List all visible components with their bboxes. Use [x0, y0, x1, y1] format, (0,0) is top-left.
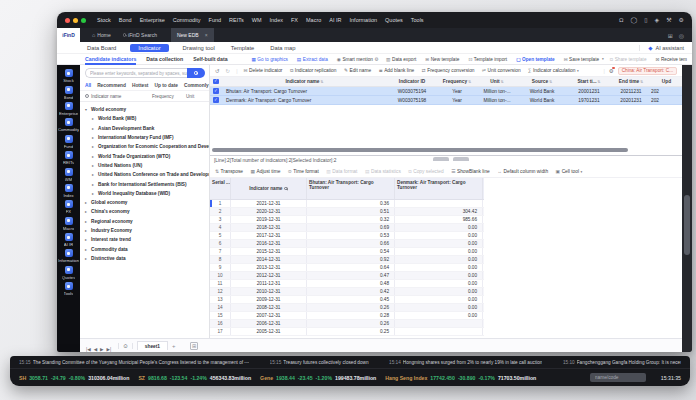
rail-item-macro[interactable]: Macro [57, 216, 80, 232]
undo-icon[interactable]: ↺ [215, 68, 220, 74]
tree-item[interactable]: ▸ World Inequality Database (WID) [80, 189, 209, 198]
index-quote[interactable]: SH 3058.71 -24.79 -0.80% 310306.04millio… [19, 375, 129, 381]
ai-assistant-button[interactable]: ◆ AI assistant [639, 45, 692, 51]
menu-item[interactable]: Enterprise [140, 17, 165, 23]
copy-selected-button[interactable]: ⧉ Copy selected [408, 169, 445, 174]
sheet-tab-sheet1[interactable]: sheet1 [137, 341, 168, 350]
tree-item[interactable]: ▸ United Nations (UN) [80, 161, 209, 170]
cell-tool-button[interactable]: ▣ Cell tool ▾ [556, 169, 583, 174]
tree-item[interactable]: ▸ Industry Economy [80, 226, 209, 235]
menu-item[interactable]: Stock [97, 17, 111, 23]
tree-item[interactable]: ▸ World Trade Organization (WTO) [80, 151, 209, 160]
menu-item[interactable]: Information [350, 17, 378, 23]
time-format-button[interactable]: ⊙ Time format [288, 169, 320, 174]
tab-indicator[interactable]: Indicator [130, 44, 168, 52]
data-row[interactable]: 2 2020-12-31 0.51 304.42 [210, 208, 484, 216]
redo-icon[interactable]: ↻ [226, 68, 231, 74]
refresh-icon[interactable]: ◎ [679, 32, 684, 39]
news-item[interactable]: 15:10 Fangchenggang Gangfa Holding Group… [563, 360, 681, 365]
index-quote[interactable]: Gene 1938.44 -23.45 -1.20% 199483.78mill… [260, 375, 376, 381]
default-column-width-button[interactable]: ↔ Default column width [497, 169, 549, 174]
edit-name-button[interactable]: ✎ Edit name [344, 68, 373, 73]
horizontal-scrollbar[interactable] [212, 148, 628, 152]
rail-item-fund[interactable]: Fund [57, 134, 80, 150]
data-row[interactable]: 10 2012-12-31 0.47 0.00 [210, 272, 484, 280]
sort-icon[interactable]: ⇅ [598, 80, 601, 84]
data-row[interactable]: 5 2017-12-31 0.53 0.00 [210, 232, 484, 240]
selected-indicator-chip[interactable]: China: Air Transport: C... [618, 67, 677, 75]
rail-item-ai-ir[interactable]: AI IR [57, 232, 80, 248]
power-icon[interactable]: ◯ [631, 17, 638, 23]
new-template-button[interactable]: ⊞ New template [425, 57, 462, 62]
rail-item-reits[interactable]: REITs [57, 150, 80, 166]
sheet-nav-icon[interactable]: ▶| [107, 347, 112, 352]
tab-data-board[interactable]: Data Board [85, 44, 118, 52]
settings-gear-icon[interactable]: ⚙ [609, 68, 614, 74]
menu-item[interactable]: WM [252, 17, 262, 23]
rail-item-tools[interactable]: Tools [57, 281, 80, 297]
rail-item-commodity[interactable]: Commodity [57, 117, 80, 133]
tree-item[interactable]: ▸ Asian Development Bank [80, 124, 209, 133]
data-row[interactable]: 1 2021-12-31 0.36 [210, 200, 484, 208]
data-export-button[interactable]: ▥ Data export [386, 57, 419, 62]
headset-icon[interactable]: Ω [619, 17, 624, 23]
shield-icon[interactable]: ◈ [655, 17, 660, 23]
index-quote[interactable]: SZ 9816.68 -123.54 -1.24% 456343.83milli… [138, 375, 251, 381]
tree-item[interactable]: ▸ Commodity data [80, 244, 209, 253]
add-sheet-button[interactable]: + [172, 343, 176, 349]
ifind-search-button[interactable]: iFinD Search [123, 32, 157, 38]
tree-item[interactable]: ▸ United Nations Conference on Trade and… [80, 170, 209, 179]
search-button[interactable] [187, 68, 205, 78]
tree-item[interactable]: ▸ Organization for Economic Cooperation … [80, 142, 209, 151]
sort-icon[interactable]: ⇅ [549, 80, 552, 84]
tree-item[interactable]: ▸ International Monetary Fund (IMF) [80, 133, 209, 142]
indicator-calculation-button[interactable]: ∑ Indicator calculation ▾ [528, 68, 579, 73]
tab-template[interactable]: Template [229, 44, 257, 52]
save-template-button[interactable]: ⊟ Save template ▾ [564, 57, 604, 62]
row-checkbox[interactable] [213, 88, 219, 94]
panel-drag-handle[interactable] [433, 157, 449, 161]
collapse-panel-icon[interactable]: ⊞ [190, 342, 198, 350]
tree-item[interactable]: ▾ World economy [80, 105, 209, 114]
sheet-nav-icon[interactable]: ◀ [94, 347, 97, 352]
filter-tab-up-to-date[interactable]: Up to date [154, 83, 177, 88]
menu-item[interactable]: Quotes [385, 17, 403, 23]
indicator-name-column-header[interactable]: Indicator name [231, 178, 307, 199]
filter-tab-all[interactable]: All [85, 83, 91, 88]
rail-item-index[interactable]: Index [57, 183, 80, 199]
wrench-icon[interactable]: ⚒ [666, 17, 671, 23]
subtab-self-built-data[interactable]: Self-built data [193, 54, 227, 65]
menu-item[interactable]: Bond [119, 17, 132, 23]
news-item[interactable]: 15:14 Hongming shares surged from 2% to … [389, 360, 542, 365]
tab-drawing-tool[interactable]: Drawing tool [181, 44, 217, 52]
index-quote[interactable]: Hang Seng Index 17742.450 -30.890 -0.17%… [385, 375, 536, 381]
mobile-icon[interactable]: ▯ [644, 17, 647, 23]
menu-item[interactable]: Index [270, 17, 283, 23]
panel-drag-handle[interactable] [453, 157, 469, 161]
tree-item[interactable]: ▸ Distinctive data [80, 254, 209, 263]
history-icon[interactable]: ⊙ [118, 343, 133, 349]
transpose-button[interactable]: ⇅ Transpose [215, 169, 245, 174]
delete-indicator-button[interactable]: ⊟ Delete indicator [244, 68, 284, 73]
series2-column-header[interactable]: Denmark: Air Transport: Cargo Turnover [395, 178, 483, 199]
add-blank-line-button[interactable]: ≣ Add blank line [379, 68, 416, 73]
unit-conversion-button[interactable]: ⇌ Unit conversion [482, 68, 522, 73]
share-template-button[interactable]: ⧉ Share template [610, 57, 650, 62]
subtab-data-collection[interactable]: Data collection [146, 54, 183, 65]
search-icon[interactable] [284, 187, 287, 190]
menu-item[interactable]: REITs [229, 17, 244, 23]
menu-item[interactable]: FX [291, 17, 298, 23]
data-statistics-button[interactable]: ▤ Data statistics [365, 169, 402, 174]
tree-item[interactable]: ▸ Regional economy [80, 217, 209, 226]
rail-item-fx[interactable]: FX [57, 199, 80, 215]
extract-data-button[interactable]: ▤ Extract data [297, 57, 331, 62]
rail-item-bond[interactable]: Bond [57, 84, 80, 100]
menu-item[interactable]: Tools [411, 17, 424, 23]
keyword-search-input[interactable] [86, 71, 187, 76]
tree-item[interactable]: ▸ Interest rate trend [80, 235, 209, 244]
go-to-graphics-button[interactable]: ▦ Go to graphics [251, 57, 290, 62]
select-all-checkbox[interactable] [213, 79, 219, 85]
rail-item-stock[interactable]: Stock [57, 68, 80, 84]
filter-tab-hottest[interactable]: Hottest [132, 83, 149, 88]
filter-tab-commonly[interactable]: Commonly [184, 83, 209, 88]
